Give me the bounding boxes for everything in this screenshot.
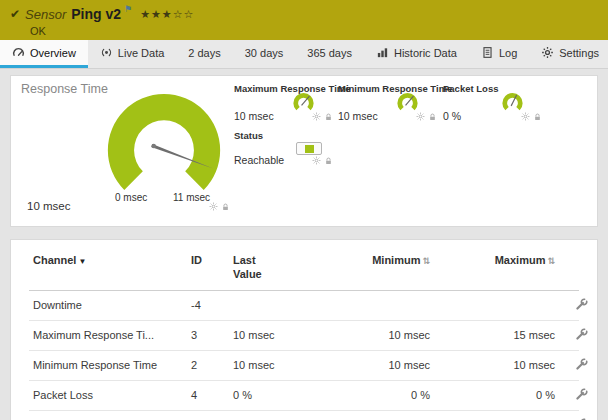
col-header-channel[interactable]: Channel▼ [29,246,187,290]
response-time-gauge: 0 msec 11 msec [89,80,239,220]
col-label: Channel [33,254,76,266]
gauge-scale-max: 11 msec [173,192,210,203]
channel-id: 2 [187,350,229,380]
gauge-scale-min: 0 msec [115,192,147,203]
priority-flag-icon[interactable]: ⚑ [124,4,132,14]
channel-row-downtime[interactable]: Downtime -4 [29,290,579,320]
channel-settings-cell [571,380,579,410]
max-response-time-label: Maximum Response Time [234,83,338,94]
channel-row-max-response-time[interactable]: Maximum Response Ti... 3 10 msec 10 msec… [29,320,579,350]
channel-quick-actions[interactable] [312,156,333,166]
channel-settings-cell [571,350,579,380]
gear-icon [312,156,321,165]
tab-bar: Overview Live Data 2 days 30 days 365 da… [0,40,608,69]
gauge-arc [89,80,239,211]
status-block: Status Reachable [234,130,354,174]
tab-label: Log [499,47,517,59]
min-response-time-block: Minimum Response Time 10 msec [338,83,442,129]
channel-row-min-response-time[interactable]: Minimum Response Time 2 10 msec 10 msec … [29,350,579,380]
packet-loss-block: Packet Loss 0 % [443,83,547,129]
channel-quick-actions[interactable] [521,112,542,122]
status-indicator [296,142,322,155]
channel-name[interactable]: Downtime [29,290,187,320]
channel-name[interactable]: Maximum Response Ti... [29,320,187,350]
gauges-panel: Response Time 0 msec 11 msec 10 msec Max… [10,75,598,227]
status-value: Reachable [234,154,284,166]
tab-historic-data[interactable]: Historic Data [364,40,469,68]
packet-loss-label: Packet Loss [443,83,547,94]
channel-last-value [229,290,321,320]
channel-quick-actions[interactable] [416,112,437,122]
channel-name[interactable]: Minimum Response Time [29,350,187,380]
wrench-icon[interactable] [575,358,588,371]
col-header-id[interactable]: ID [187,246,229,290]
tab-label: 365 days [307,47,352,59]
sort-icon: ⇅ [547,256,555,266]
channel-last-value: 10 msec [229,350,321,380]
channel-maximum: 11 msec [446,410,571,420]
priority-stars[interactable]: ★★★☆☆ [140,8,194,21]
channel-quick-actions[interactable] [312,112,333,122]
col-label: Last Value [233,254,267,282]
tab-label: 30 days [245,47,284,59]
channel-row-packet-loss[interactable]: Packet Loss 4 0 % 0 % 0 % [29,380,579,410]
sensor-title: Ping v2 [71,6,121,22]
channel-row-response-time[interactable]: Response Time 0 10 msec 10 msec 11 msec [29,410,579,420]
response-time-value: 10 msec [27,200,70,212]
tab-live-data[interactable]: Live Data [88,40,176,68]
gear-icon [541,46,554,59]
min-response-time-label: Minimum Response Time [338,83,442,94]
channel-settings-cell [571,410,579,420]
tab-settings[interactable]: Settings [529,40,608,68]
channel-id: 0 [187,410,229,420]
stars-empty: ☆☆ [173,8,195,20]
sort-desc-icon: ▼ [78,257,86,266]
col-header-settings [571,246,579,290]
min-response-time-value: 10 msec [338,110,378,122]
sensor-title-line: ✔ Sensor Ping v2 ⚑ ★★★☆☆ [10,6,608,22]
channel-settings-cell [571,320,579,350]
gear-icon [209,202,218,211]
max-response-time-block: Maximum Response Time 10 msec [234,83,338,129]
tab-label: Live Data [118,47,164,59]
col-header-minimum[interactable]: Minimum⇅ [321,246,446,290]
channel-id: 3 [187,320,229,350]
wrench-icon[interactable] [575,328,588,341]
lock-icon [324,112,333,122]
tab-log[interactable]: Log [469,40,529,68]
channel-settings-cell [571,290,579,320]
lock-icon [324,156,333,166]
wrench-icon[interactable] [575,298,588,311]
channel-last-value: 10 msec [229,320,321,350]
status-indicator-fill [305,145,314,153]
channel-name[interactable]: Packet Loss [29,380,187,410]
col-header-maximum[interactable]: Maximum⇅ [446,246,571,290]
tab-30-days[interactable]: 30 days [233,40,296,68]
col-label: ID [191,254,202,266]
col-header-last-value[interactable]: Last Value [229,246,321,290]
channel-quick-actions[interactable] [209,202,230,212]
channel-last-value: 10 msec [229,410,321,420]
tab-2-days[interactable]: 2 days [176,40,232,68]
status-check-icon: ✔ [10,8,20,20]
channel-minimum: 0 % [321,380,446,410]
gear-icon [416,112,425,121]
tab-label: Settings [559,47,599,59]
tab-label: 2 days [188,47,220,59]
channel-id: 4 [187,380,229,410]
sensor-header: ✔ Sensor Ping v2 ⚑ ★★★☆☆ OK [0,0,608,40]
channel-minimum: 10 msec [321,410,446,420]
channel-maximum: 15 msec [446,320,571,350]
status-label: Status [234,130,354,141]
table-header-row: Channel▼ ID Last Value Minimum⇅ Maximum⇅ [29,246,579,290]
log-document-icon [481,46,494,59]
tab-365-days[interactable]: 365 days [295,40,364,68]
packet-loss-value: 0 % [443,110,461,122]
channel-minimum [321,290,446,320]
tab-overview[interactable]: Overview [0,40,88,68]
channel-last-value: 0 % [229,380,321,410]
wrench-icon[interactable] [575,388,588,401]
channel-name[interactable]: Response Time [29,410,187,420]
channel-id: -4 [187,290,229,320]
max-response-time-value: 10 msec [234,110,274,122]
